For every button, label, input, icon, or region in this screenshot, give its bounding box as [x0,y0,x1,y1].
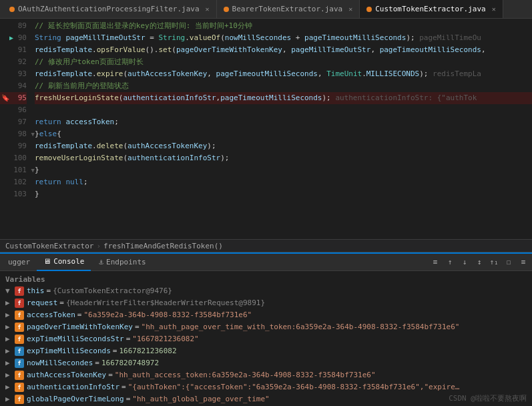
var-name-exptimems: expTimeMilliSeconds [27,346,111,357]
ln-99: 99 [0,140,27,152]
variables-header: Variables [0,274,532,285]
var-icon-request: f [15,298,24,308]
var-eq-nowmill: = [95,358,99,369]
toolbar-btn-lines[interactable]: ≡ [517,256,529,268]
var-name-this: this [27,286,45,296]
bottom-panel: ugger 🖥 Console ⚓ Endpoints ≡ ↑ ↓ ↕ ↑₁ ☐… [0,252,532,405]
var-name-nowmill: nowMillSecondes [27,358,93,369]
var-row-accesstoken[interactable]: ▶ f accessToken = "6a359e2a-364b-4908-83… [0,309,532,321]
code-line-94: // 刷新当前用户的登陆状态 [35,80,532,92]
var-toggle-accesstoken[interactable]: ▶ [5,310,15,321]
breadcrumb-method: freshTimeAndGetRedisToken() [103,242,223,250]
var-eq-request: = [59,298,64,309]
breadcrumb-sep: › [96,242,101,250]
ln-92: 92 [0,56,27,68]
var-row-exptimestr[interactable]: ▶ f expTimeMilliSecondsStr = "1667821236… [0,333,532,345]
var-toggle-exptimems[interactable]: ▶ [5,346,15,357]
code-line-102: return null; [35,176,532,188]
code-line-90: String pageMillTimeOutStr = String.value… [35,32,532,44]
var-row-request[interactable]: ▶ f request = {HeaderWriterFilter$Header… [0,297,532,309]
var-name-request: request [27,298,57,309]
var-eq-exptimems: = [113,346,117,357]
var-eq-accesstoken: = [77,310,82,321]
toolbar-btn-up1[interactable]: ↑₁ [488,256,500,268]
var-val-exptimestr: "1667821236082" [132,334,527,345]
toolbar-btn-down[interactable]: ↓ [459,256,471,268]
toolbar-btn-square[interactable]: ☐ [503,256,515,268]
variables-panel: Variables ▼ f this = {CustomTokenExtract… [0,271,532,405]
tab-label-bearer: BearerTokenExtractor.java [232,5,343,13]
toolbar-btn-updown[interactable]: ↕ [473,256,485,268]
toolbar-btn-up[interactable]: ↑ [444,256,456,268]
code-line-91: redisTemplate.opsForValue().set(pageOver… [35,44,532,56]
var-toggle-nowmill[interactable]: ▶ [5,358,15,369]
var-row-authinfostr[interactable]: ▶ f authenticationInfoStr = "{authToken"… [0,381,532,393]
panel-tab-bar: ugger 🖥 Console ⚓ Endpoints ≡ ↑ ↓ ↕ ↑₁ ☐… [0,254,532,271]
tab-console[interactable]: 🖥 Console [37,254,91,271]
tab-endpoints-label: Endpoints [106,258,146,266]
var-toggle-request[interactable]: ▶ [5,298,15,309]
code-line-98: }else{ [35,128,532,140]
var-toggle-this[interactable]: ▼ [5,286,15,296]
code-line-97: return accessToken; [35,116,532,128]
var-val-request: {HeaderWriterFilter$HeaderWriterRequest@… [66,298,527,309]
panel-toolbar: ≡ ↑ ↓ ↕ ↑₁ ☐ ≡ [429,256,529,268]
var-val-nowmill: 1667820748972 [101,358,527,369]
var-eq-pageovertime: = [135,322,140,333]
var-icon-accesstoken: f [15,311,24,320]
var-name-authaccesskey: authAccessTokenKey [27,370,106,381]
var-val-authaccesskey: "hh_auth_access_token:6a359e2a-364b-4908… [115,370,527,381]
var-val-authinfostr: "{authToken":{"accessToken":"6a359e2a-36… [128,382,462,393]
var-name-exptimestr: expTimeMilliSecondsStr [27,334,124,345]
close-tab-custom[interactable]: ✕ [492,5,496,13]
var-val-accesstoken: "6a359e2a-364b-4908-8332-f3584bf731e6" [83,310,527,321]
code-line-95: freshUserLoginState(authenticationInfoSt… [35,92,532,104]
var-toggle-authaccesskey[interactable]: ▶ [5,370,15,381]
ln-103: 103 [0,188,27,200]
var-icon-authaccesskey: f [15,371,24,380]
endpoints-icon: ⚓ [99,258,103,266]
breadcrumb-class: CustomTokenExtractor [5,242,93,250]
var-name-accesstoken: accessToken [27,310,75,321]
tab-oauth[interactable]: OAuthZAuthenticationProcessingFilter.jav… [3,0,217,19]
tab-icon-bearer [224,7,229,12]
var-toggle-pageovertime[interactable]: ▶ [5,322,15,333]
var-row-authaccesskey[interactable]: ▶ f authAccessTokenKey = "hh_auth_access… [0,369,532,381]
tab-icon-oauth [9,7,15,12]
var-icon-globalpage: f [15,395,24,404]
var-toggle-authinfostr[interactable]: ▶ [5,382,15,393]
code-line-103: } [35,188,532,200]
tab-bar: OAuthZAuthenticationProcessingFilter.jav… [0,0,532,19]
var-icon-pageovertime: f [15,323,24,332]
var-toggle-globalpage[interactable]: ▶ [5,394,15,405]
tab-custom[interactable]: CustomTokenExtractor.java ✕ [360,0,503,19]
var-val-exptimems: 1667821236082 [119,346,527,357]
ln-102: 102 [0,176,27,188]
var-name-pageovertime: pageOverTimeWithTokenKey [27,322,133,333]
tab-endpoints[interactable]: ⚓ Endpoints [92,254,152,271]
code-line-99: redisTemplate.delete(authAccessTokenKey)… [35,140,532,152]
tab-label-oauth: OAuthZAuthenticationProcessingFilter.jav… [18,5,200,13]
toolbar-btn-menu[interactable]: ≡ [429,256,441,268]
var-name-globalpage: globalPageOverTimeLong [27,394,124,405]
ln-96: 96 [0,104,27,116]
ln-98: 98▼ [0,128,27,140]
var-toggle-exptimestr[interactable]: ▶ [5,334,15,345]
close-tab-bearer[interactable]: ✕ [348,5,352,13]
ln-90: 90▶ [0,32,27,44]
ln-95: 🔖95 [0,92,27,104]
tab-console-label: Console [53,257,84,266]
var-row-globalpage[interactable]: ▶ f globalPageOverTimeLong = "hh_auth_gl… [0,393,532,405]
code-line-92: // 修改用户token页面过期时长 [35,56,532,68]
var-eq-this: = [47,286,51,296]
var-val-globalpage: "hh_auth_global_page_over_time" [132,394,527,405]
close-tab-oauth[interactable]: ✕ [206,5,210,13]
ln-100: 100 [0,152,27,164]
breadcrumb: CustomTokenExtractor › freshTimeAndGetRe… [0,239,532,252]
var-row-nowmill[interactable]: ▶ f nowMillSecondes = 1667820748972 [0,357,532,369]
var-row-exptimems[interactable]: ▶ f expTimeMilliSeconds = 1667821236082 [0,345,532,357]
var-val-this: {CustomTokenExtractor@9476} [53,286,527,296]
var-row-this[interactable]: ▼ f this = {CustomTokenExtractor@9476} [0,285,532,297]
tab-bearer[interactable]: BearerTokenExtractor.java ✕ [217,0,360,19]
var-row-pageovertime[interactable]: ▶ f pageOverTimeWithTokenKey = "hh_auth_… [0,321,532,333]
